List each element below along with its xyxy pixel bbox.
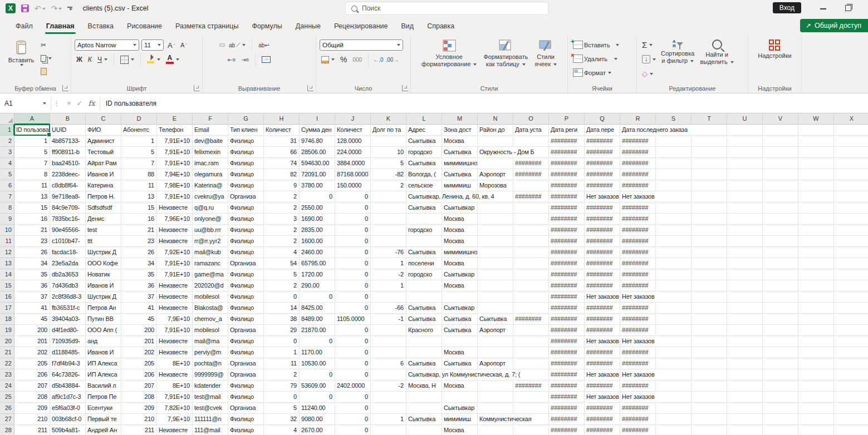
cell-R4[interactable]: ######## — [620, 158, 656, 169]
cell-C28[interactable]: Андрей Ан — [86, 425, 121, 435]
cell-W1[interactable] — [798, 125, 834, 136]
cell-O5[interactable]: ######## — [513, 169, 549, 180]
column-header-P[interactable]: P — [549, 113, 585, 125]
cell-F14[interactable]: game@ma — [193, 269, 228, 280]
cell-U12[interactable] — [727, 247, 763, 258]
cell-B16[interactable]: 2c8f36d8-3 — [50, 291, 86, 303]
cell-E7[interactable]: 7,91E+10 — [157, 191, 193, 202]
cell-V16[interactable] — [763, 291, 798, 303]
cell-T3[interactable] — [692, 147, 727, 158]
cell-O15[interactable] — [513, 280, 549, 291]
cell-J20[interactable]: 0 — [335, 336, 371, 347]
cell-R13[interactable]: ######## — [620, 258, 656, 269]
cell-Q8[interactable]: ######## — [585, 202, 620, 214]
cell-N6[interactable]: Морозова — [478, 180, 513, 191]
cell-N8[interactable] — [478, 202, 513, 214]
cell-F15[interactable]: 202020@d — [193, 280, 228, 291]
cell-K2[interactable] — [371, 136, 406, 147]
cell-X18[interactable] — [834, 314, 868, 325]
cell-A20[interactable]: 201 — [14, 336, 50, 347]
cell-A3[interactable]: 5 — [14, 147, 50, 158]
cell-P5[interactable]: ######## — [549, 169, 585, 180]
cell-L1[interactable]: Адрес — [406, 125, 442, 136]
cell-X1[interactable] — [834, 125, 868, 136]
cell-F8[interactable]: q@q.ru — [193, 202, 228, 214]
cell-D5[interactable]: 88 — [121, 169, 157, 180]
cell-N1[interactable]: Район до — [478, 125, 513, 136]
cell-F3[interactable]: felixmexin — [193, 147, 228, 158]
redo-button[interactable]: ↷ — [51, 3, 62, 13]
cell-L26[interactable] — [406, 403, 442, 414]
cell-F27[interactable]: 111111@n — [193, 414, 228, 425]
cell-L5[interactable]: Вологда, ( — [406, 169, 442, 180]
cell-B6[interactable]: c8db8f64- — [50, 180, 86, 191]
cell-F24[interactable]: kdatender — [193, 380, 228, 392]
cell-P18[interactable]: ######## — [549, 314, 585, 325]
column-header-A[interactable]: A — [14, 113, 50, 125]
cell-G3[interactable]: Физлицо — [228, 147, 264, 158]
cell-K22[interactable]: 6 — [371, 358, 406, 369]
cell-A7[interactable]: 13 — [14, 191, 50, 202]
cell-U28[interactable] — [727, 425, 763, 435]
cell-B24[interactable]: d5b43884- — [50, 380, 86, 392]
cell-P16[interactable]: ######## — [549, 291, 585, 303]
cell-T19[interactable] — [692, 325, 727, 336]
cell-C15[interactable]: Иванов И — [86, 280, 121, 291]
cell-K21[interactable] — [371, 347, 406, 358]
cell-I24[interactable]: 53609.00 — [300, 380, 335, 392]
cell-V6[interactable] — [763, 180, 798, 191]
cell-K18[interactable]: -1 — [371, 314, 406, 325]
cell-G13[interactable]: Организа — [228, 258, 264, 269]
font-size-combobox[interactable]: 11 — [141, 39, 164, 51]
cell-G28[interactable]: Физлицо — [228, 425, 264, 435]
cell-T15[interactable] — [692, 280, 727, 291]
cell-I12[interactable]: 2460.00 — [300, 247, 335, 258]
column-header-F[interactable]: F — [193, 113, 228, 125]
column-header-Q[interactable]: Q — [585, 113, 620, 125]
cell-O6[interactable] — [513, 180, 549, 191]
row-header-14[interactable]: 14 — [0, 269, 14, 280]
cell-J7[interactable]: 0 — [335, 191, 371, 202]
row-header-20[interactable]: 20 — [0, 336, 14, 347]
cell-M25[interactable] — [442, 392, 478, 403]
cell-C20[interactable]: анд — [86, 336, 121, 347]
cell-P21[interactable]: ######## — [549, 347, 585, 358]
cell-W21[interactable] — [798, 347, 834, 358]
cell-O8[interactable] — [513, 202, 549, 214]
cell-P24[interactable]: ######## — [549, 380, 585, 392]
cell-F20[interactable]: mail@ma — [193, 336, 228, 347]
cell-X3[interactable] — [834, 147, 868, 158]
cell-M20[interactable] — [442, 336, 478, 347]
cell-A6[interactable]: 11 — [14, 180, 50, 191]
cell-I13[interactable]: 65795.00 — [300, 258, 335, 269]
italic-button[interactable]: К — [86, 54, 94, 66]
cell-I10[interactable]: 2835.00 — [300, 225, 335, 236]
cell-V4[interactable] — [763, 158, 798, 169]
cell-N12[interactable] — [478, 247, 513, 258]
cell-L22[interactable]: Сыктывка — [406, 358, 442, 369]
cell-J8[interactable]: 0 — [335, 202, 371, 214]
cell-T18[interactable] — [692, 314, 727, 325]
cell-R7[interactable]: Нет заказов — [620, 191, 692, 202]
restore-button[interactable] — [845, 5, 851, 11]
cell-R21[interactable]: ######## — [620, 347, 656, 358]
cell-U10[interactable] — [727, 225, 763, 236]
cell-U6[interactable] — [727, 180, 763, 191]
cell-F7[interactable]: cvekru@ya — [193, 191, 228, 202]
cell-X8[interactable] — [834, 202, 868, 214]
cell-O18[interactable]: ######## — [513, 314, 549, 325]
align-top-button[interactable] — [206, 44, 210, 46]
cell-O12[interactable] — [513, 247, 549, 258]
cell-U20[interactable] — [727, 336, 763, 347]
cell-V1[interactable] — [763, 125, 798, 136]
cell-M26[interactable]: Сыктывкар — [442, 403, 478, 414]
cell-N11[interactable] — [478, 236, 513, 247]
cell-F6[interactable]: Katerina@ — [193, 180, 228, 191]
cell-M3[interactable]: Сыктывка — [442, 147, 478, 158]
cell-S10[interactable] — [656, 225, 692, 236]
cell-B17[interactable]: fb36531f-c — [50, 303, 86, 314]
cell-E8[interactable]: Неизвесте — [157, 202, 193, 214]
cell-B2[interactable]: 4b857133- — [50, 136, 86, 147]
cell-I26[interactable]: 11240.00 — [300, 403, 335, 414]
cell-A14[interactable]: 35 — [14, 269, 50, 280]
